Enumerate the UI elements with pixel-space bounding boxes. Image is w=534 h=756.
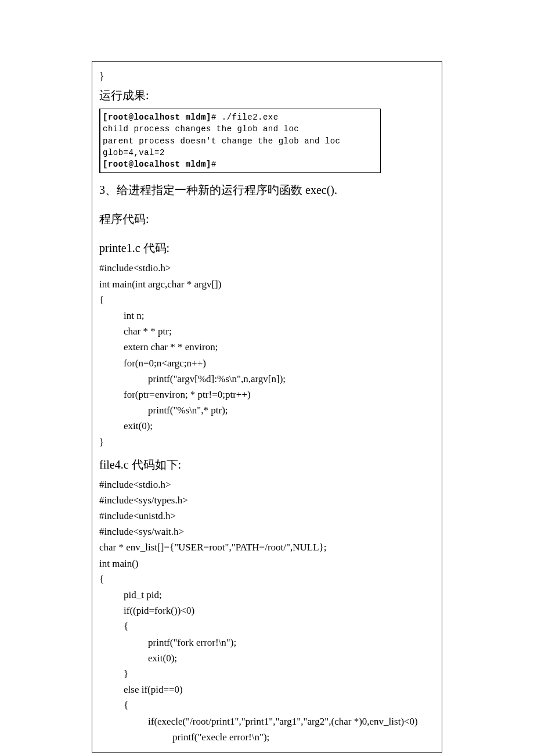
terminal-line: child process changes the glob and loc	[103, 123, 377, 135]
program-code-label: 程序代码:	[99, 210, 435, 228]
terminal-cmd: # ./file2.exe	[211, 113, 279, 122]
terminal-line: [root@localhost mldm]#	[103, 159, 377, 170]
code-line: }	[99, 666, 435, 682]
terminal-line: glob=4,val=2	[103, 147, 377, 159]
code-line: if((pid=fork())<0)	[99, 603, 435, 618]
code-line: {	[99, 697, 435, 713]
file4-heading: file4.c 代码如下:	[99, 456, 435, 473]
printe1-heading: printe1.c 代码:	[99, 239, 435, 257]
code-line: {	[99, 292, 435, 308]
code-line: printf("argv[%d]:%s\n",n,argv[n]);	[99, 371, 435, 387]
section-3-title: 3、给进程指定一种新的运行程序旳函数 exec().	[99, 181, 435, 199]
code-line: exit(0);	[99, 650, 435, 666]
code-line: int main()	[99, 556, 435, 571]
code-line: #include<stdio.h>	[99, 477, 435, 492]
terminal-line: [root@localhost mldm]# ./file2.exe	[103, 111, 377, 123]
file4-code: #include<stdio.h> #include<sys/types.h> …	[99, 477, 435, 745]
code-line: {	[99, 571, 435, 587]
document-border: } 运行成果: [root@localhost mldm]# ./file2.e…	[92, 61, 442, 753]
code-line: int main(int argc,char * argv[])	[99, 276, 435, 292]
terminal-prompt: [root@localhost mldm]	[103, 113, 211, 122]
run-result-heading: 运行成果:	[99, 85, 435, 105]
terminal-prompt: [root@localhost mldm]	[103, 160, 211, 169]
code-line: char * * ptr;	[99, 323, 435, 339]
printe1-code: #include<stdio.h> int main(int argc,char…	[99, 260, 435, 449]
code-line: if(execle("/root/print1","print1","arg1"…	[99, 714, 435, 729]
closing-brace: }	[99, 69, 435, 84]
code-line: int n;	[99, 308, 435, 323]
code-line: extern char * * environ;	[99, 339, 435, 355]
code-line: #include<unistd.h>	[99, 508, 435, 524]
terminal-cmd: #	[211, 160, 217, 169]
code-line: for(ptr=environ; * ptr!=0;ptr++)	[99, 387, 435, 402]
terminal-line: parent process doesn't change the glob a…	[103, 135, 377, 147]
code-line: char * env_list[]={"USER=root","PATH=/ro…	[99, 539, 435, 555]
code-line: printf("execle error!\n");	[99, 729, 435, 745]
terminal-output: [root@localhost mldm]# ./file2.exe child…	[99, 109, 381, 173]
code-line: printf("fork error!\n");	[99, 635, 435, 650]
code-line: pid_t pid;	[99, 587, 435, 603]
code-line: }	[99, 434, 435, 450]
code-line: #include<sys/wait.h>	[99, 524, 435, 539]
code-line: else if(pid==0)	[99, 682, 435, 697]
code-line: exit(0);	[99, 418, 435, 434]
code-line: #include<sys/types.h>	[99, 492, 435, 508]
code-line: for(n=0;n<argc;n++)	[99, 355, 435, 371]
code-line: {	[99, 618, 435, 634]
code-line: #include<stdio.h>	[99, 260, 435, 276]
code-line: printf("%s\n",* ptr);	[99, 402, 435, 418]
